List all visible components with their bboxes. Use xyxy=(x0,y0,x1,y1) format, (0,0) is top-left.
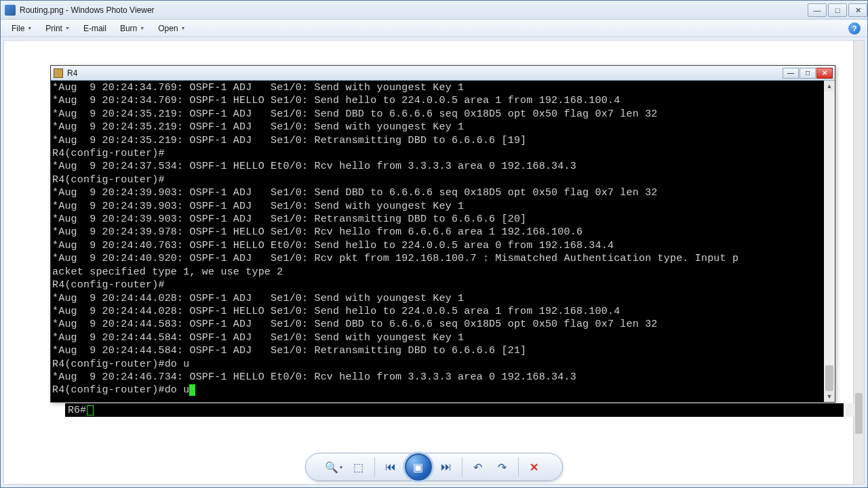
menu-print[interactable]: Print▼ xyxy=(40,22,75,35)
window-title: Routing.png - Windows Photo Viewer xyxy=(20,5,155,15)
viewport-scrollbar[interactable] xyxy=(853,41,864,484)
menu-open[interactable]: Open▼ xyxy=(153,22,191,35)
terminal-scrollbar[interactable]: ▲ ▼ xyxy=(824,81,835,402)
rotate-cw-button[interactable]: ↷ xyxy=(492,457,513,477)
menu-file[interactable]: File▼ xyxy=(6,22,37,35)
scroll-down-icon[interactable]: ▼ xyxy=(824,391,835,402)
term-maximize-button[interactable]: □ xyxy=(800,68,816,79)
term-close-button[interactable]: ✕ xyxy=(816,68,833,79)
rotate-left-icon: ↶ xyxy=(473,461,482,474)
slideshow-button[interactable]: ▣ xyxy=(405,453,432,481)
separator xyxy=(462,458,462,476)
r6-prompt: R6# xyxy=(68,405,86,416)
separator xyxy=(374,458,375,476)
maximize-button[interactable]: □ xyxy=(828,3,847,17)
terminal-output[interactable]: *Aug 9 20:24:34.769: OSPF-1 ADJ Se1/0: S… xyxy=(51,81,835,398)
terminal-window-r4: R4 — □ ✕ *Aug 9 20:24:34.769: OSPF-1 ADJ… xyxy=(50,65,835,403)
help-icon[interactable]: ? xyxy=(848,22,861,35)
chevron-down-icon: ▼ xyxy=(339,465,344,470)
terminal-titlebar[interactable]: R4 — □ ✕ xyxy=(51,66,835,81)
separator xyxy=(518,458,519,476)
chevron-down-icon: ▼ xyxy=(140,26,144,30)
term-minimize-button[interactable]: — xyxy=(783,68,799,79)
terminal-scrollbar-thumb[interactable] xyxy=(825,365,833,391)
magnifier-icon: 🔍 xyxy=(325,461,338,474)
rotate-right-icon: ↷ xyxy=(498,461,507,474)
outer-titlebar[interactable]: Routing.png - Windows Photo Viewer — □ ✕ xyxy=(1,1,867,20)
chevron-down-icon: ▼ xyxy=(65,26,70,30)
terminal-body[interactable]: *Aug 9 20:24:34.769: OSPF-1 ADJ Se1/0: S… xyxy=(51,81,835,402)
terminal-title: R4 xyxy=(67,68,77,78)
prev-icon: ⏮ xyxy=(385,461,396,473)
chevron-down-icon: ▼ xyxy=(27,26,32,30)
app-icon xyxy=(5,5,16,16)
actual-size-button[interactable]: ⬚ xyxy=(349,457,369,477)
chevron-down-icon: ▼ xyxy=(181,26,186,30)
viewer-toolbar: 🔍▼ ⬚ ⏮ ▣ ⏭ ↶ ↷ ✕ xyxy=(305,453,563,481)
scrollbar-thumb[interactable] xyxy=(855,393,863,434)
r6-cursor xyxy=(87,405,94,415)
previous-button[interactable]: ⏮ xyxy=(380,457,401,477)
terminal-cursor xyxy=(189,384,195,396)
minimize-button[interactable]: — xyxy=(808,3,827,17)
terminal-icon xyxy=(54,68,63,78)
menubar: File▼ Print▼ E-mail Burn▼ Open▼ ? xyxy=(1,20,867,37)
terminal-window-r6[interactable]: R6# xyxy=(65,403,854,417)
fit-icon: ⬚ xyxy=(353,461,363,474)
rotate-ccw-button[interactable]: ↶ xyxy=(468,457,488,477)
delete-icon: ✕ xyxy=(530,461,538,474)
scroll-up-icon[interactable]: ▲ xyxy=(824,81,835,92)
menu-email[interactable]: E-mail xyxy=(78,22,112,35)
delete-button[interactable]: ✕ xyxy=(524,457,545,477)
close-button[interactable]: ✕ xyxy=(848,3,867,17)
menu-burn[interactable]: Burn▼ xyxy=(115,22,150,35)
next-icon: ⏭ xyxy=(441,461,452,473)
zoom-button[interactable]: 🔍▼ xyxy=(324,457,344,477)
next-button[interactable]: ⏭ xyxy=(436,457,456,477)
play-icon: ▣ xyxy=(413,461,423,474)
